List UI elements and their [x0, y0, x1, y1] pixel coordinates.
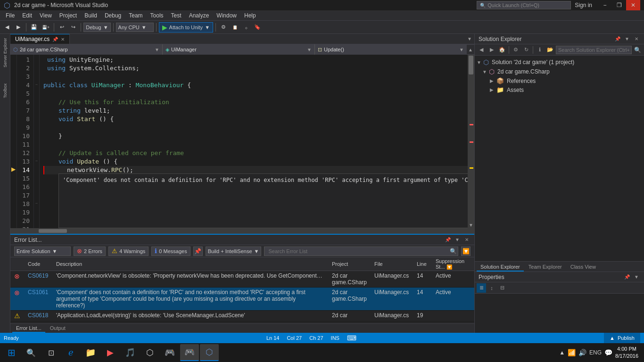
- se-forward-btn[interactable]: ▶: [487, 45, 496, 55]
- warning-row[interactable]: ⚠ CS0618 'Application.LoadLevel(string)'…: [10, 311, 474, 321]
- tab-class-view[interactable]: Class View: [567, 263, 600, 272]
- tray-network[interactable]: 📶: [568, 349, 576, 356]
- tree-references-item[interactable]: ▶ 📦 References: [475, 76, 644, 85]
- tab-output[interactable]: Output: [46, 324, 69, 333]
- toolbar-save[interactable]: 💾: [29, 22, 39, 33]
- search-box[interactable]: 🔍 Quick Launch (Ctrl+Q): [477, 1, 571, 9]
- toolbar-undo[interactable]: ↩: [57, 22, 67, 33]
- se-refresh-btn[interactable]: ↻: [521, 45, 531, 55]
- fold-update[interactable]: −: [34, 156, 39, 165]
- toolbar-extra-1[interactable]: ⚙: [218, 22, 229, 33]
- tree-solution-item[interactable]: ▼ ⬡ Solution '2d car game' (1 project): [475, 58, 644, 67]
- error-filter-options-btn[interactable]: 🔽: [461, 247, 471, 256]
- filter-icon[interactable]: 🔽: [446, 264, 452, 270]
- tray-keyboard[interactable]: ENG: [589, 349, 602, 356]
- menu-tools[interactable]: Tools: [147, 11, 167, 20]
- menu-build[interactable]: Build: [81, 11, 101, 20]
- fold-play[interactable]: −: [34, 199, 39, 207]
- clock[interactable]: 4:00 PM 8/17/2016: [615, 346, 638, 360]
- tray-volume[interactable]: 🔊: [578, 349, 586, 356]
- se-close-btn[interactable]: ✕: [633, 35, 640, 43]
- vlc-btn[interactable]: 🎵: [121, 344, 140, 361]
- menu-debug[interactable]: Debug: [101, 11, 125, 20]
- references-expand-icon[interactable]: ▶: [490, 78, 495, 83]
- menu-team[interactable]: Team: [125, 11, 146, 20]
- platform-dropdown[interactable]: Any CPU ▼: [116, 23, 154, 32]
- pin-filter-btn[interactable]: 📌: [193, 247, 203, 256]
- publish-button[interactable]: ▲ Publish: [604, 333, 640, 343]
- menu-view[interactable]: View: [36, 11, 56, 20]
- folder-btn[interactable]: 📁: [81, 344, 100, 361]
- menu-help[interactable]: Help: [240, 11, 260, 20]
- tree-assets-item[interactable]: ▶ 📁 Assets: [475, 85, 644, 94]
- toolbar-redo[interactable]: ↪: [68, 22, 78, 33]
- assets-expand-icon[interactable]: ▶: [490, 87, 495, 92]
- toolbar-extra-4[interactable]: 🔖: [252, 22, 263, 33]
- minimize-button[interactable]: −: [598, 0, 612, 10]
- debug-mode-dropdown[interactable]: Debug ▼: [83, 23, 110, 32]
- scroll-thumb[interactable]: [469, 56, 473, 74]
- se-dropdown-btn[interactable]: ▼: [623, 35, 631, 43]
- fold-class[interactable]: −: [34, 80, 39, 89]
- col-code[interactable]: Code: [24, 257, 52, 271]
- props-pin-btn[interactable]: 📌: [623, 273, 631, 281]
- se-search-btn[interactable]: 🔍: [633, 45, 642, 55]
- tray-chat[interactable]: 💬: [604, 349, 612, 356]
- sidebar-tab-server-explorer[interactable]: Server Explorer: [0, 34, 10, 72]
- edge-btn[interactable]: ℯ: [61, 344, 80, 361]
- fold-start[interactable]: [34, 114, 39, 123]
- prop-alphabetical-btn[interactable]: ↕: [487, 283, 496, 293]
- tab-team-explorer[interactable]: Team Explorer: [525, 263, 566, 272]
- unity-btn[interactable]: 🎮: [180, 344, 199, 361]
- attach-to-unity-button[interactable]: ▶ Attach to Unity ▼: [159, 22, 213, 33]
- col-line[interactable]: Line: [413, 257, 432, 271]
- editor-scrollbar[interactable]: ▼: [468, 55, 474, 228]
- nav-scroll-up[interactable]: ▲: [467, 44, 474, 55]
- se-back-btn[interactable]: ◀: [477, 45, 486, 55]
- editor-hscroll[interactable]: [10, 228, 474, 234]
- se-home-btn[interactable]: 🏠: [497, 45, 507, 55]
- toolbar-extra-2[interactable]: 📋: [230, 22, 240, 33]
- nav-class-dropdown[interactable]: ◈ UiManager ▼: [163, 44, 315, 55]
- se-search-input[interactable]: [556, 46, 632, 54]
- menu-edit[interactable]: Edit: [18, 11, 36, 20]
- menu-analyze[interactable]: Analyze: [185, 11, 213, 20]
- build-filter-dropdown[interactable]: Build + IntelliSense ▼: [206, 247, 262, 256]
- props-dropdown-btn[interactable]: ▼: [633, 273, 640, 281]
- project-expand-icon[interactable]: ▼: [482, 69, 488, 74]
- errors-filter-btn[interactable]: ⊗ 2 Errors: [74, 247, 106, 256]
- media-btn[interactable]: ▶: [101, 344, 120, 361]
- prop-categorized-btn[interactable]: ≣: [477, 283, 486, 293]
- tray-chevron[interactable]: ▲: [559, 349, 565, 356]
- close-panel-button[interactable]: ✕: [463, 236, 471, 244]
- tab-error-list[interactable]: Error List...: [12, 324, 45, 333]
- maximize-button[interactable]: ❐: [612, 0, 626, 10]
- prop-pages-btn[interactable]: ⊟: [497, 283, 507, 293]
- col-file[interactable]: File: [371, 257, 413, 271]
- se-pin-btn[interactable]: 📌: [614, 35, 621, 43]
- col-icon[interactable]: [10, 257, 24, 271]
- sign-in-label[interactable]: Sign in: [575, 2, 592, 8]
- start-button[interactable]: ⊞: [2, 343, 21, 362]
- scroll-down-btn[interactable]: ▼: [468, 222, 474, 228]
- error-search-input[interactable]: [264, 248, 448, 254]
- forward-button[interactable]: ▶: [13, 22, 24, 33]
- toolbar-save-all[interactable]: 💾+: [40, 22, 51, 33]
- col-description[interactable]: Description: [52, 257, 328, 271]
- code-content[interactable]: using UnityEngine; using System.Collecti…: [40, 55, 468, 228]
- error-search-icon[interactable]: 🔍: [448, 247, 458, 256]
- col-suppression[interactable]: Suppression St... 🔽: [432, 257, 474, 271]
- col-project[interactable]: Project: [328, 257, 371, 271]
- tab-close-icon[interactable]: ✕: [61, 37, 65, 42]
- tab-pin-icon[interactable]: 📌: [52, 37, 58, 42]
- nav-project-dropdown[interactable]: ⬡ 2d car game.CSharp ▼: [10, 44, 163, 55]
- menu-window[interactable]: Window: [213, 11, 240, 20]
- taskview-btn[interactable]: ⊡: [41, 344, 60, 361]
- solution-expand-icon[interactable]: ▼: [477, 60, 482, 65]
- toolbar-extra-3[interactable]: ⬦: [241, 22, 251, 33]
- back-button[interactable]: ◀: [2, 22, 12, 33]
- menu-file[interactable]: File: [2, 11, 18, 20]
- app7-btn[interactable]: 🎮: [160, 344, 179, 361]
- se-open-btn[interactable]: 📂: [545, 45, 555, 55]
- pin-panel-button[interactable]: 📌: [444, 236, 452, 244]
